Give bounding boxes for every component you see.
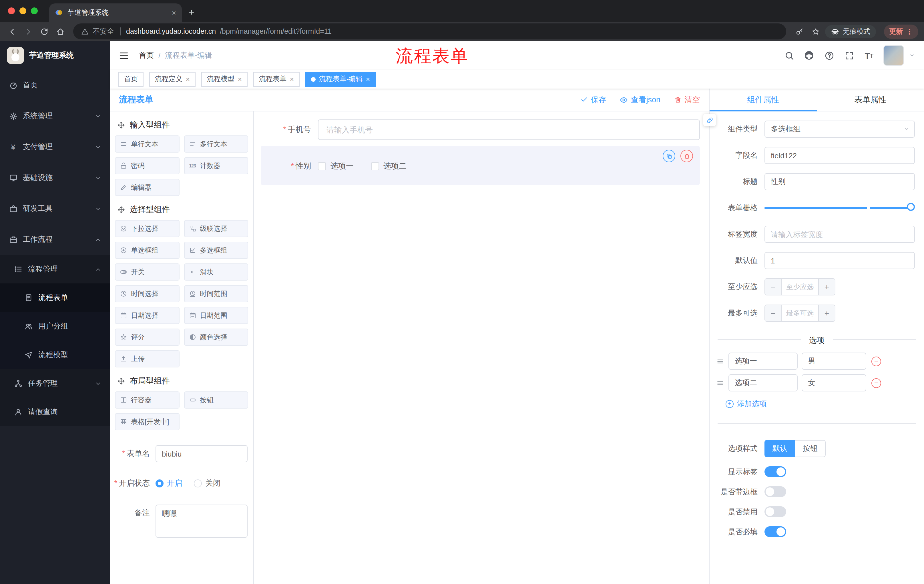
breadcrumb-home[interactable]: 首页 xyxy=(139,50,154,61)
required-toggle[interactable] xyxy=(764,526,786,537)
palette-item-editor[interactable]: 编辑器 xyxy=(115,179,179,196)
fullscreen-icon[interactable] xyxy=(843,50,855,61)
palette-item-date-picker[interactable]: 日期选择 xyxy=(115,307,179,324)
address-bar[interactable]: 不安全 dashboard.yudao.iocoder.cn/bpm/manag… xyxy=(73,23,786,39)
sidebar-item-process-management[interactable]: 流程管理 xyxy=(0,255,110,283)
canvas-field-phone[interactable]: 手机号 xyxy=(261,119,700,140)
component-type-select[interactable]: 多选框组 xyxy=(764,120,915,138)
palette-item-rate[interactable]: 评分 xyxy=(115,329,179,346)
palette-item-color-picker[interactable]: 颜色选择 xyxy=(184,329,248,346)
add-option-button[interactable]: + 添加选项 xyxy=(710,394,924,411)
drag-handle-icon[interactable] xyxy=(716,379,724,387)
save-button[interactable]: 保存 xyxy=(580,95,606,105)
new-tab-button[interactable]: + xyxy=(189,7,195,18)
tab-form-props[interactable]: 表单属性 xyxy=(817,89,924,111)
palette-item-slider[interactable]: 滑块 xyxy=(184,263,248,281)
sidebar-item-leave-query[interactable]: 请假查询 xyxy=(0,398,110,426)
slider-track[interactable] xyxy=(764,207,910,209)
checkbox-box[interactable] xyxy=(371,162,379,170)
close-icon[interactable]: × xyxy=(186,75,190,83)
option-value-input[interactable] xyxy=(802,374,866,392)
plus-icon[interactable]: + xyxy=(819,305,835,321)
option-label-input[interactable] xyxy=(728,352,798,370)
palette-item-single-text[interactable]: 单行文本 xyxy=(115,135,179,153)
tag-home[interactable]: 首页 xyxy=(118,72,144,87)
avatar[interactable] xyxy=(883,45,904,66)
grid-slider[interactable] xyxy=(764,199,915,217)
canvas-field-gender-selected[interactable]: 性别 选项一 选项二 xyxy=(261,146,700,185)
sidebar-item-process-model[interactable]: 流程模型 xyxy=(0,341,110,369)
min-select-stepper[interactable]: − 至少应选 + xyxy=(764,278,835,295)
form-canvas[interactable]: 手机号 性别 xyxy=(254,112,709,584)
avatar-caret-icon[interactable] xyxy=(909,53,915,58)
zoom-window-button[interactable] xyxy=(31,7,38,14)
gender-checkbox-option1[interactable]: 选项一 xyxy=(318,161,354,171)
default-value-input[interactable] xyxy=(764,252,915,269)
palette-item-time-picker[interactable]: 时间选择 xyxy=(115,285,179,302)
palette-item-radio-group[interactable]: 单选框组 xyxy=(115,242,179,259)
palette-item-button[interactable]: 按钮 xyxy=(184,392,248,409)
checkbox-box[interactable] xyxy=(318,162,326,170)
drag-handle-icon[interactable] xyxy=(716,357,724,365)
palette-item-password[interactable]: 密码 xyxy=(115,157,179,174)
bookmark-star-icon[interactable] xyxy=(809,27,822,36)
palette-item-time-range[interactable]: 时间范围 xyxy=(184,285,248,302)
key-icon[interactable] xyxy=(793,27,806,36)
help-icon[interactable] xyxy=(823,50,835,61)
close-icon[interactable]: × xyxy=(290,75,294,83)
sidebar-item-infrastructure[interactable]: 基础设施 xyxy=(0,162,110,193)
form-remark-textarea[interactable]: 嘿嘿 xyxy=(155,505,248,538)
palette-item-date-range[interactable]: 日期范围 xyxy=(184,307,248,324)
gender-checkbox-option2[interactable]: 选项二 xyxy=(371,161,406,171)
option-label-input[interactable] xyxy=(728,374,798,392)
title-input[interactable] xyxy=(764,173,915,190)
tag-process-form[interactable]: 流程表单× xyxy=(253,72,300,87)
sidebar-item-devtools[interactable]: 研发工具 xyxy=(0,193,110,224)
min-select-value[interactable]: 至少应选 xyxy=(781,279,819,295)
max-select-value[interactable]: 最多可选 xyxy=(781,305,819,321)
form-name-input[interactable] xyxy=(155,445,248,462)
palette-item-checkbox-group[interactable]: 多选框组 xyxy=(184,242,248,259)
palette-item-counter[interactable]: 123计数器 xyxy=(184,157,248,174)
palette-item-multi-text[interactable]: 多行文本 xyxy=(184,135,248,153)
sidebar-item-payment[interactable]: ¥ 支付管理 xyxy=(0,132,110,162)
palette-item-select[interactable]: 下拉选择 xyxy=(115,220,179,237)
label-width-input[interactable] xyxy=(764,226,915,243)
plus-icon[interactable]: + xyxy=(819,279,835,295)
max-select-stepper[interactable]: − 最多可选 + xyxy=(764,304,835,322)
disabled-toggle[interactable] xyxy=(764,506,786,517)
clear-button[interactable]: 清空 xyxy=(674,95,700,105)
style-button-button[interactable]: 按钮 xyxy=(795,440,826,457)
copy-field-button[interactable] xyxy=(663,150,675,162)
close-window-button[interactable] xyxy=(8,7,15,14)
sidebar-item-system[interactable]: 系统管理 xyxy=(0,100,110,132)
palette-item-cascader[interactable]: 级联选择 xyxy=(184,220,248,237)
phone-input[interactable] xyxy=(318,119,700,140)
tab-close-icon[interactable]: × xyxy=(172,8,176,17)
close-icon[interactable]: × xyxy=(238,75,242,83)
border-toggle[interactable] xyxy=(764,486,786,497)
show-label-toggle[interactable] xyxy=(764,466,786,477)
font-size-icon[interactable]: TT xyxy=(863,50,875,61)
tag-process-model[interactable]: 流程模型× xyxy=(201,72,248,87)
minimize-window-button[interactable] xyxy=(20,7,26,14)
search-icon[interactable] xyxy=(783,50,795,61)
remove-option-button[interactable]: − xyxy=(871,378,881,388)
remove-option-button[interactable]: − xyxy=(871,356,881,366)
browser-update-button[interactable]: 更新 ⋮ xyxy=(884,24,918,39)
style-default-button[interactable]: 默认 xyxy=(764,440,795,457)
link-icon[interactable] xyxy=(703,114,716,126)
reload-icon[interactable] xyxy=(38,25,50,38)
palette-item-switch[interactable]: 开关 xyxy=(115,263,179,281)
slider-handle[interactable] xyxy=(907,203,915,211)
minus-icon[interactable]: − xyxy=(765,279,781,295)
status-radio-on[interactable]: 开启 xyxy=(155,478,182,489)
sidebar-item-process-form[interactable]: 流程表单 xyxy=(0,283,110,312)
tab-component-props[interactable]: 组件属性 xyxy=(710,89,817,111)
hamburger-icon[interactable] xyxy=(119,51,129,60)
status-radio-off[interactable]: 关闭 xyxy=(194,478,221,489)
browser-tab[interactable]: 芋道管理系统 × xyxy=(49,3,182,22)
sidebar-item-home[interactable]: 首页 xyxy=(0,70,110,100)
delete-field-button[interactable] xyxy=(680,150,693,162)
forward-icon[interactable] xyxy=(22,25,34,38)
